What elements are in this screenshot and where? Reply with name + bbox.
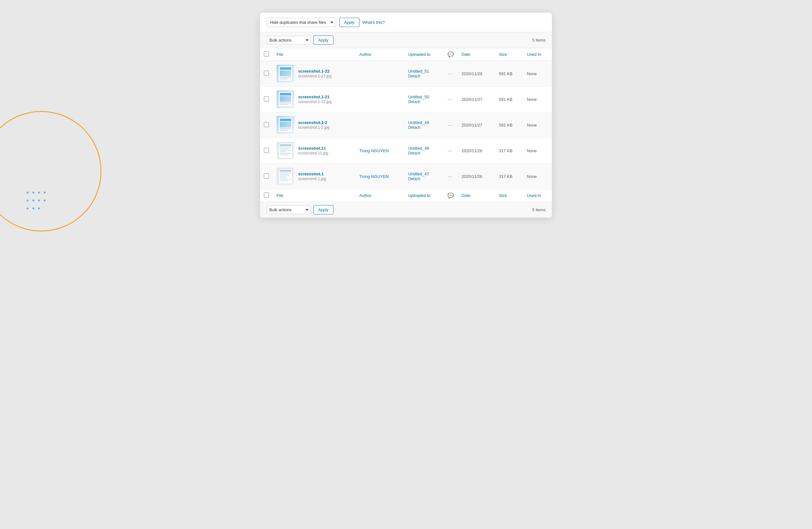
bottom-bulk-actions-select[interactable]: Bulk actions (266, 206, 311, 214)
footer-col-used-in[interactable]: Used In (523, 189, 552, 202)
footer-col-date[interactable]: Date (458, 189, 495, 202)
row-comment-cell: — (444, 61, 458, 87)
row-comment-cell: — (444, 164, 458, 189)
footer-comment-icon: 💬 (448, 193, 454, 198)
row-check-cell (260, 138, 273, 164)
row-size-cell: 591 KB (495, 112, 523, 138)
row-file-cell: screenshot.1-2 screenshot.1-2.jpg (273, 112, 356, 138)
file-filename: screenshot.1.jpg (298, 177, 326, 181)
row-checkbox-1[interactable] (264, 97, 269, 102)
size-value: 591 KB (499, 123, 512, 128)
uploaded-to-link[interactable]: Untitled_51 (408, 69, 440, 74)
comment-value: — (448, 148, 452, 153)
row-author-cell: Trong NGUYEN (356, 164, 404, 189)
date-value: 2020/11/27 (462, 97, 482, 102)
date-value: 2020/11/26 (462, 174, 482, 179)
file-name-link[interactable]: screenshot.1-22 (298, 69, 332, 74)
row-used-in-cell: None (523, 61, 552, 87)
footer-col-uploaded-to[interactable]: Uploaded to (404, 189, 444, 202)
filter-apply-button[interactable]: Apply (339, 18, 359, 27)
row-size-cell: 317 KB (495, 138, 523, 164)
row-check-cell (260, 61, 273, 87)
row-checkbox-3[interactable] (264, 148, 269, 153)
file-info: screenshot.1-21 screenshot.1-21.jpg (298, 94, 332, 104)
uploaded-to-link[interactable]: Untitled_50 (408, 94, 440, 99)
uploaded-to-link[interactable]: Untitled_49 (408, 120, 440, 125)
row-date-cell: 2020/11/28 (458, 61, 495, 87)
bottom-bulk-apply-button[interactable]: Apply (314, 205, 333, 215)
author-link[interactable]: Trong NGUYEN (359, 148, 389, 153)
file-filename: screenshot.11.jpg (298, 151, 328, 156)
file-name-link[interactable]: screenshot.1-2 (298, 120, 330, 125)
decorative-circle (0, 111, 102, 232)
table-row: screenshot.1-22 screenshot.1-22.jpg Unti… (260, 61, 552, 87)
detach-link[interactable]: Detach (408, 151, 420, 156)
col-header-uploaded-to[interactable]: Uploaded to (404, 48, 444, 61)
item-count: 5 items (532, 38, 546, 43)
file-thumbnail (277, 90, 294, 108)
size-value: 317 KB (499, 174, 512, 179)
bulk-actions-select[interactable]: Bulk actions (266, 36, 311, 44)
author-link[interactable]: Trong NGUYEN (359, 174, 389, 179)
row-uploaded-to-cell: Untitled_49 Detach (404, 112, 444, 138)
size-value: 317 KB (499, 148, 512, 153)
detach-link[interactable]: Detach (408, 125, 420, 130)
row-size-cell: 591 KB (495, 87, 523, 112)
bottom-item-count: 5 items (532, 207, 546, 212)
bulk-apply-button[interactable]: Apply (314, 35, 333, 45)
size-value: 591 KB (499, 97, 512, 102)
row-uploaded-to-cell: Untitled_50 Detach (404, 87, 444, 112)
row-file-cell: screenshot.1 screenshot.1.jpg (273, 164, 356, 189)
file-name-link[interactable]: screenshot.1-21 (298, 94, 332, 99)
whats-this-link[interactable]: What's this? (363, 20, 385, 25)
col-header-file[interactable]: File (273, 48, 356, 61)
row-author-cell (356, 61, 404, 87)
col-header-date[interactable]: Date (458, 48, 495, 61)
detach-link[interactable]: Detach (408, 100, 420, 104)
date-value: 2020/11/26 (462, 148, 482, 153)
table-row: screenshot.1 screenshot.1.jpg Trong NGUY… (260, 164, 552, 189)
col-header-author[interactable]: Author (356, 48, 404, 61)
file-filename: screenshot.1-21.jpg (298, 100, 332, 104)
col-header-used-in[interactable]: Used In (523, 48, 552, 61)
row-comment-cell: — (444, 87, 458, 112)
row-used-in-cell: None (523, 164, 552, 189)
file-thumbnail (277, 65, 294, 83)
detach-link[interactable]: Detach (408, 74, 420, 78)
row-date-cell: 2020/11/27 (458, 87, 495, 112)
main-panel: Hide duplicates that share files Apply W… (260, 13, 552, 218)
uploaded-to-link[interactable]: Untitled_48 (408, 146, 440, 151)
uploaded-to-link[interactable]: Untitled_47 (408, 172, 440, 176)
row-comment-cell: — (444, 138, 458, 164)
row-checkbox-0[interactable] (264, 71, 269, 76)
bottom-toolbar: Bulk actions Apply 5 items (260, 202, 552, 218)
row-file-cell: screenshot.1-21 screenshot.1-21.jpg (273, 87, 356, 112)
row-author-cell (356, 112, 404, 138)
file-thumbnail (277, 116, 294, 134)
row-uploaded-to-cell: Untitled_51 Detach (404, 61, 444, 87)
row-checkbox-2[interactable] (264, 122, 269, 127)
used-in-value: None (527, 97, 537, 102)
footer-col-file[interactable]: File (273, 189, 356, 202)
table-row: screenshot.1-21 screenshot.1-21.jpg Unti… (260, 87, 552, 112)
file-info: screenshot.11 screenshot.11.jpg (298, 146, 328, 156)
footer-col-author[interactable]: Author (356, 189, 404, 202)
bottom-toolbar-left: Bulk actions Apply (266, 205, 333, 215)
select-all-checkbox[interactable] (264, 52, 269, 57)
file-name-link[interactable]: screenshot.1 (298, 172, 326, 176)
comment-value: — (448, 97, 452, 102)
footer-col-size[interactable]: Size (495, 189, 523, 202)
row-author-cell: Trong NGUYEN (356, 138, 404, 164)
duplicate-filter-select[interactable]: Hide duplicates that share files (266, 18, 336, 27)
file-filename: screenshot.1-22.jpg (298, 74, 332, 78)
row-checkbox-4[interactable] (264, 174, 269, 179)
file-name-link[interactable]: screenshot.11 (298, 146, 328, 151)
col-header-size[interactable]: Size (495, 48, 523, 61)
comment-value: — (448, 174, 452, 179)
file-filename: screenshot.1-2.jpg (298, 125, 330, 130)
select-all-checkbox-bottom[interactable] (264, 192, 269, 197)
row-size-cell: 591 KB (495, 61, 523, 87)
footer-col-check (260, 189, 273, 202)
col-header-check (260, 48, 273, 61)
detach-link[interactable]: Detach (408, 177, 420, 181)
